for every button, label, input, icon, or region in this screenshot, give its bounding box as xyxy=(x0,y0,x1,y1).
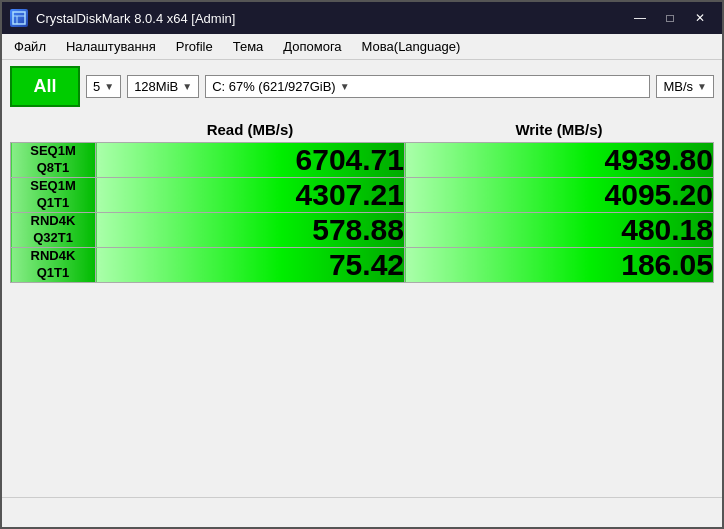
all-button[interactable]: All xyxy=(10,66,80,107)
size-arrow-icon: ▼ xyxy=(182,81,192,92)
menu-settings[interactable]: Налаштування xyxy=(58,37,164,56)
col-header-read: Read (MB/s) xyxy=(96,117,405,143)
write-value-0: 4939.80 xyxy=(605,143,713,176)
row-label-line1-0: SEQ1M xyxy=(30,143,76,158)
size-select[interactable]: 128MiB ▼ xyxy=(127,75,199,98)
maximize-button[interactable]: □ xyxy=(656,7,684,29)
unit-select[interactable]: MB/s ▼ xyxy=(656,75,714,98)
unit-value: MB/s xyxy=(663,79,693,94)
row-label-line2-0: Q8T1 xyxy=(37,160,70,175)
window-title: CrystalDiskMark 8.0.4 x64 [Admin] xyxy=(36,11,626,26)
row-write-2: 480.18 xyxy=(405,213,714,248)
read-value-0: 6704.71 xyxy=(296,143,404,176)
count-select[interactable]: 5 ▼ xyxy=(86,75,121,98)
window-controls: — □ ✕ xyxy=(626,7,714,29)
main-window: CrystalDiskMark 8.0.4 x64 [Admin] — □ ✕ … xyxy=(0,0,724,529)
row-write-0: 4939.80 xyxy=(405,143,714,178)
row-label-line1-3: RND4K xyxy=(31,248,76,263)
row-read-0: 6704.71 xyxy=(96,143,405,178)
write-value-1: 4095.20 xyxy=(605,178,713,211)
menu-profile[interactable]: Profile xyxy=(168,37,221,56)
read-value-1: 4307.21 xyxy=(296,178,404,211)
count-arrow-icon: ▼ xyxy=(104,81,114,92)
drive-arrow-icon: ▼ xyxy=(340,81,350,92)
app-icon xyxy=(10,9,28,27)
row-read-1: 4307.21 xyxy=(96,178,405,213)
row-label-line2-1: Q1T1 xyxy=(37,195,70,210)
status-bar xyxy=(2,497,722,527)
menu-help[interactable]: Допомога xyxy=(275,37,349,56)
row-label-line2-3: Q1T1 xyxy=(37,265,70,280)
table-row: SEQ1MQ1T14307.214095.20 xyxy=(11,178,714,213)
toolbar: All 5 ▼ 128MiB ▼ C: 67% (621/927GiB) ▼ M… xyxy=(2,60,722,113)
drive-select[interactable]: C: 67% (621/927GiB) ▼ xyxy=(205,75,650,98)
read-value-2: 578.88 xyxy=(312,213,404,246)
row-label-3: RND4KQ1T1 xyxy=(11,248,96,283)
title-bar: CrystalDiskMark 8.0.4 x64 [Admin] — □ ✕ xyxy=(2,2,722,34)
row-read-3: 75.42 xyxy=(96,248,405,283)
row-label-1: SEQ1MQ1T1 xyxy=(11,178,96,213)
table-row: RND4KQ1T175.42186.05 xyxy=(11,248,714,283)
menu-bar: Файл Налаштування Profile Тема Допомога … xyxy=(2,34,722,60)
write-value-3: 186.05 xyxy=(621,248,713,281)
row-label-line1-2: RND4K xyxy=(31,213,76,228)
menu-file[interactable]: Файл xyxy=(6,37,54,56)
col-header-write: Write (MB/s) xyxy=(405,117,714,143)
benchmark-content: Read (MB/s) Write (MB/s) SEQ1MQ8T16704.7… xyxy=(2,113,722,497)
unit-arrow-icon: ▼ xyxy=(697,81,707,92)
svg-rect-0 xyxy=(13,12,25,24)
minimize-button[interactable]: — xyxy=(626,7,654,29)
benchmark-table: Read (MB/s) Write (MB/s) SEQ1MQ8T16704.7… xyxy=(10,117,714,283)
row-label-line1-1: SEQ1M xyxy=(30,178,76,193)
menu-theme[interactable]: Тема xyxy=(225,37,272,56)
row-read-2: 578.88 xyxy=(96,213,405,248)
menu-language[interactable]: Мова(Language) xyxy=(354,37,469,56)
write-value-2: 480.18 xyxy=(621,213,713,246)
row-label-line2-2: Q32T1 xyxy=(33,230,73,245)
table-row: SEQ1MQ8T16704.714939.80 xyxy=(11,143,714,178)
table-row: RND4KQ32T1578.88480.18 xyxy=(11,213,714,248)
row-label-2: RND4KQ32T1 xyxy=(11,213,96,248)
count-value: 5 xyxy=(93,79,100,94)
row-label-0: SEQ1MQ8T1 xyxy=(11,143,96,178)
close-button[interactable]: ✕ xyxy=(686,7,714,29)
read-value-3: 75.42 xyxy=(329,248,404,281)
row-write-1: 4095.20 xyxy=(405,178,714,213)
drive-value: C: 67% (621/927GiB) xyxy=(212,79,336,94)
size-value: 128MiB xyxy=(134,79,178,94)
row-write-3: 186.05 xyxy=(405,248,714,283)
